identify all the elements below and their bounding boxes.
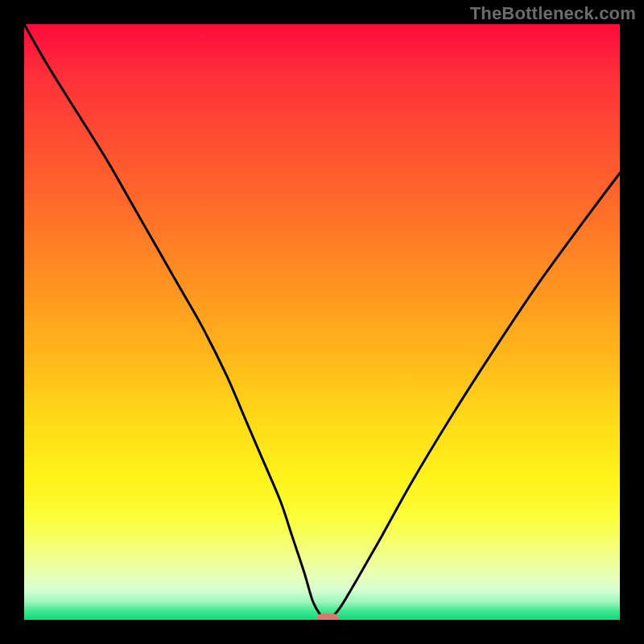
watermark-text: TheBottleneck.com	[470, 3, 636, 24]
plot-area	[24, 24, 620, 620]
curve-layer	[24, 24, 620, 620]
bottleneck-curve	[24, 24, 620, 620]
minimum-marker	[316, 613, 339, 620]
chart-frame: TheBottleneck.com	[0, 0, 644, 644]
